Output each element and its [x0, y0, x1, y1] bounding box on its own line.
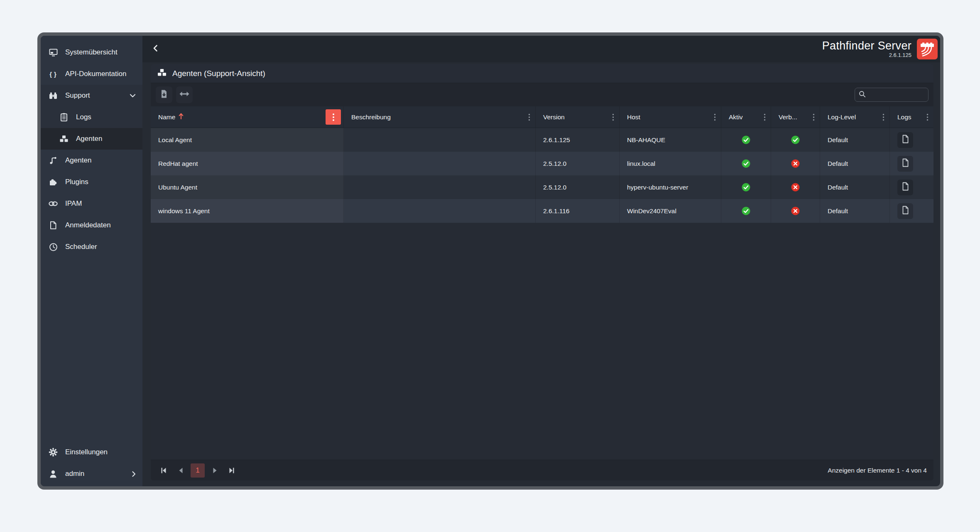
- cell-name: Local Agent: [151, 128, 344, 152]
- column-menu-icon[interactable]: [612, 113, 616, 121]
- cell-log-level: Default: [820, 199, 890, 223]
- sidebar-item-plugins[interactable]: Plugins: [41, 171, 142, 193]
- cell-name: Ubuntu Agent: [151, 175, 344, 199]
- column-header-verbunden[interactable]: Verb...: [771, 106, 820, 128]
- chevron-left-icon: [153, 44, 158, 54]
- status-aktiv-icon: [742, 183, 750, 192]
- search-input[interactable]: [868, 91, 924, 99]
- table-header-row: Name Beschreibung Version: [151, 106, 933, 128]
- table-row[interactable]: RedHat agent 2.5.12.0 linux.local Defaul…: [151, 152, 933, 175]
- collapse-sidebar-button[interactable]: [147, 40, 164, 58]
- route-icon: [48, 156, 58, 165]
- chevron-right-icon: [132, 471, 136, 477]
- puzzle-icon: [48, 177, 58, 187]
- sidebar-item-support[interactable]: Support: [41, 85, 142, 106]
- gear-icon: [48, 448, 58, 457]
- agents-group-icon: [59, 135, 69, 143]
- view-logs-button[interactable]: [897, 132, 913, 148]
- sidebar-item-label: Support: [65, 91, 90, 100]
- status-verbunden-icon: [791, 207, 800, 215]
- column-header-host[interactable]: Host: [620, 106, 721, 128]
- cell-name: RedHat agent: [151, 152, 344, 175]
- cell-host: hyperv-ubuntu-server: [620, 175, 721, 199]
- view-logs-button[interactable]: [897, 156, 913, 172]
- first-page-button[interactable]: [157, 463, 171, 478]
- sidebar-item-label: API-Dokumentation: [65, 70, 126, 78]
- search-icon: [859, 91, 866, 99]
- column-menu-icon[interactable]: [926, 113, 930, 121]
- pagination-summary: Anzeigen der Elemente 1 - 4 von 4: [828, 467, 927, 474]
- cell-host: WinDev2407Eval: [620, 199, 721, 223]
- column-header-logs[interactable]: Logs: [890, 106, 933, 128]
- next-page-button[interactable]: [208, 463, 222, 478]
- view-logs-button[interactable]: [897, 203, 913, 219]
- sidebar-item-api-dokumentation[interactable]: { } API-Dokumentation: [41, 63, 142, 85]
- page-icon: [48, 221, 58, 230]
- sidebar-spacer: [41, 258, 142, 441]
- sidebar-item-logs[interactable]: Logs: [41, 106, 142, 128]
- sidebar-item-scheduler[interactable]: Scheduler: [41, 236, 142, 258]
- cell-host: NB-AHAQUE: [620, 128, 721, 152]
- fit-columns-button[interactable]: [176, 86, 193, 103]
- clipboard-icon: [59, 113, 69, 122]
- binoculars-icon: [48, 91, 58, 100]
- column-menu-icon[interactable]: [714, 113, 718, 121]
- cell-version: 2.5.12.0: [536, 152, 620, 175]
- column-menu-icon[interactable]: [882, 113, 886, 121]
- sidebar-item-admin[interactable]: admin: [41, 463, 142, 485]
- sidebar-item-systemuebersicht[interactable]: Systemübersicht: [41, 42, 142, 63]
- export-button[interactable]: [156, 86, 172, 103]
- sidebar: Systemübersicht { } API-Dokumentation Su…: [41, 36, 142, 486]
- table-row[interactable]: Local Agent 2.6.1.125 NB-AHAQUE Default: [151, 128, 933, 152]
- column-header-aktiv[interactable]: Aktiv: [721, 106, 771, 128]
- sidebar-item-anmeldedaten[interactable]: Anmeldedaten: [41, 214, 142, 236]
- column-header-beschreibung[interactable]: Beschreibung: [344, 106, 536, 128]
- previous-page-button[interactable]: [174, 463, 188, 478]
- cell-log-level: Default: [820, 175, 890, 199]
- main-area: Pathfinder Server 2.6.1.125 Agenten (Sup…: [142, 36, 940, 486]
- sidebar-item-label: Anmeldedaten: [65, 221, 111, 229]
- app-window: Systemübersicht { } API-Dokumentation Su…: [37, 32, 943, 490]
- sidebar-item-label: Agenten: [65, 156, 91, 165]
- last-page-button[interactable]: [225, 463, 239, 478]
- sidebar-item-label: Logs: [76, 113, 91, 121]
- status-aktiv-icon: [742, 207, 750, 215]
- sidebar-item-agenten[interactable]: Agenten: [41, 150, 142, 171]
- sidebar-item-ipam[interactable]: IPAM: [41, 193, 142, 214]
- link-icon: [48, 200, 58, 207]
- sidebar-item-agenten-support[interactable]: Agenten: [41, 128, 142, 150]
- sidebar-item-label: Scheduler: [65, 243, 97, 251]
- status-verbunden-icon: [791, 183, 800, 192]
- cell-beschreibung: [344, 199, 536, 223]
- column-menu-icon[interactable]: [764, 113, 767, 121]
- current-page-button[interactable]: 1: [191, 463, 205, 478]
- column-header-log-level[interactable]: Log-Level: [820, 106, 890, 128]
- column-menu-icon[interactable]: [528, 113, 532, 121]
- table-row[interactable]: windows 11 Agent 2.6.1.116 WinDev2407Eva…: [151, 199, 933, 223]
- agents-group-icon: [157, 68, 167, 79]
- content-area: Agenten (Support-Ansicht): [142, 62, 940, 486]
- table-empty-area: [151, 223, 933, 460]
- monitor-icon: [48, 48, 58, 57]
- cell-version: 2.6.1.125: [536, 128, 620, 152]
- grid-toolbar: [151, 83, 933, 106]
- table-search: [855, 88, 929, 102]
- column-menu-name-active[interactable]: [326, 109, 341, 125]
- sidebar-item-label: Agenten: [76, 135, 102, 143]
- view-logs-button[interactable]: [897, 180, 913, 195]
- app-window-inner: Systemübersicht { } API-Dokumentation Su…: [41, 36, 940, 486]
- resize-horizontal-icon: [179, 91, 189, 99]
- agents-panel: Agenten (Support-Ansicht): [151, 64, 933, 480]
- pagination-bar: 1 Anzeigen der Elemente 1 - 4 von 4: [151, 460, 933, 480]
- column-header-name[interactable]: Name: [151, 106, 344, 128]
- sidebar-item-einstellungen[interactable]: Einstellungen: [41, 441, 142, 463]
- sort-ascending-icon: [179, 113, 184, 121]
- cell-name: windows 11 Agent: [151, 199, 344, 223]
- column-menu-icon[interactable]: [813, 113, 816, 121]
- log-file-icon: [902, 135, 909, 145]
- table-row[interactable]: Ubuntu Agent 2.5.12.0 hyperv-ubuntu-serv…: [151, 175, 933, 199]
- column-header-version[interactable]: Version: [536, 106, 620, 128]
- log-file-icon: [902, 206, 909, 216]
- cell-beschreibung: [344, 175, 536, 199]
- cell-beschreibung: [344, 152, 536, 175]
